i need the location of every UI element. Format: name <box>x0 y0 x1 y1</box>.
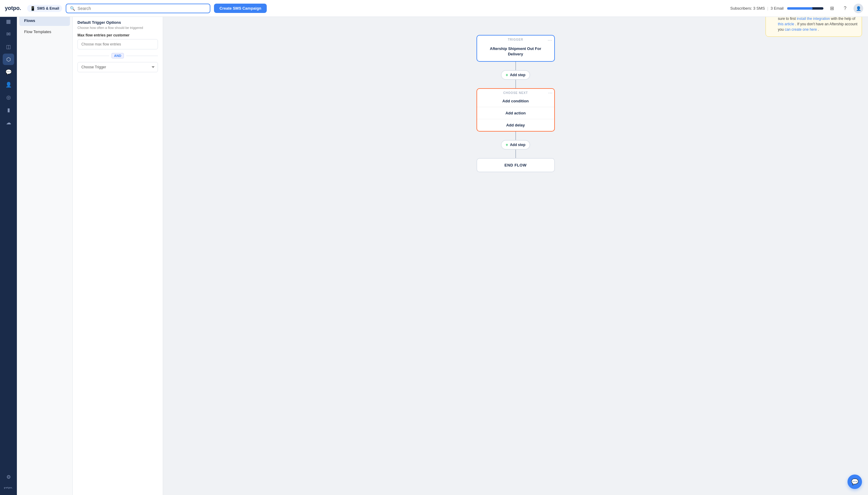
default-trigger-options-title: Default Trigger Options <box>78 20 158 25</box>
add-step-icon-1: + <box>506 72 508 78</box>
add-delay-option[interactable]: Add delay <box>477 119 554 131</box>
chat-bubble-icon: 💬 <box>851 478 859 485</box>
add-step-icon-2: + <box>506 142 508 147</box>
default-trigger-options-subtitle: Choose how often a flow should be trigge… <box>78 26 158 30</box>
create-campaign-button[interactable]: Create SMS Campaign <box>214 4 267 13</box>
avatar[interactable]: 👤 <box>853 4 863 13</box>
search-bar[interactable]: 🔍 <box>66 4 210 13</box>
rail-icon-referral[interactable]: ◎ <box>3 91 14 103</box>
search-input[interactable] <box>78 6 206 11</box>
chat-bubble[interactable]: 💬 <box>848 475 862 489</box>
logo-bottom: yotpo. <box>4 486 13 489</box>
and-badge: AND <box>112 53 124 58</box>
choose-next-node: CHOOSE NEXT Add condition Add action Add… <box>476 88 555 132</box>
add-condition-option[interactable]: Add condition <box>477 95 554 107</box>
add-step-button-1[interactable]: + Add step <box>501 70 530 80</box>
subscribers-info: Subscribers: 3 SMS | 3 Email <box>730 6 784 11</box>
sidebar-item-flow-templates[interactable]: Flow Templates <box>19 27 70 37</box>
rail-icon-flows[interactable]: ⬡ <box>3 54 14 65</box>
create-account-link[interactable]: can create one here <box>785 28 817 32</box>
and-divider: AND <box>78 53 158 58</box>
add-step-label-1: Add step <box>510 73 525 77</box>
topbar-actions: ⊞ ? 👤 <box>827 4 863 13</box>
search-icon: 🔍 <box>70 6 75 11</box>
install-integration-link[interactable]: install the integration <box>797 17 830 21</box>
choose-next-label: CHOOSE NEXT <box>477 89 554 95</box>
topbar: yotpo. 📱 SMS & Email 🔍 Create SMS Campai… <box>0 0 868 17</box>
sms-email-icon: 📱 <box>30 6 35 11</box>
connector-4 <box>515 150 516 158</box>
choose-next-container: CHOOSE NEXT Add condition Add action Add… <box>476 88 555 132</box>
and-line-right <box>126 56 158 56</box>
connector-1 <box>515 62 516 70</box>
rail-icon-email[interactable]: ◫ <box>3 41 14 52</box>
end-flow-node: END FLOW <box>476 158 555 172</box>
trigger-node: TRIGGER Aftership Shipment Out For Deliv… <box>476 35 555 62</box>
channel-badge[interactable]: 📱 SMS & Email <box>27 5 62 12</box>
and-line-left <box>78 56 109 56</box>
help-icon-button[interactable]: ? <box>840 4 850 13</box>
flow-sidebar: Flows Flows Flow Templates <box>17 0 72 495</box>
choose-next-options: Add condition Add action Add delay <box>477 95 554 131</box>
flow-canvas: ← Flows Listing Unnamed Flow ✏ − 100% + … <box>163 0 868 495</box>
add-action-option[interactable]: Add action <box>477 107 554 119</box>
rail-icon-user[interactable]: 👤 <box>3 79 14 90</box>
rail-icon-calendar[interactable]: ▦ <box>3 16 14 27</box>
rail-icon-settings[interactable]: ⚙ <box>3 471 14 483</box>
trigger-menu-icon[interactable]: ⋯ <box>547 38 552 43</box>
channel-label: SMS & Email <box>37 6 59 11</box>
logo-area: yotpo. <box>5 5 21 12</box>
icon-rail: ⌂ ▦ ✉ ◫ ⬡ 💬 👤 ◎ ▮ ☁ ⚙ yotpo. <box>0 0 17 495</box>
choose-next-menu-icon[interactable]: ⋯ <box>548 91 553 96</box>
choose-trigger-select[interactable]: Choose Trigger <box>78 62 158 72</box>
this-article-link[interactable]: this article <box>778 22 794 26</box>
trigger-label: TRIGGER <box>477 36 554 42</box>
connector-2 <box>515 80 516 88</box>
add-step-label-2: Add step <box>510 143 525 147</box>
flow-nodes: TRIGGER Aftership Shipment Out For Deliv… <box>175 29 856 172</box>
rail-icon-analytics[interactable]: ▮ <box>3 104 14 116</box>
trigger-panel: Aftership Shipment Out For Delivery × De… <box>72 0 163 495</box>
connector-3 <box>515 132 516 140</box>
max-entries-input[interactable] <box>78 39 158 49</box>
sidebar-item-flows[interactable]: Flows <box>19 15 70 26</box>
logo-text: yotpo. <box>5 5 21 12</box>
progress-fill <box>787 7 813 10</box>
add-step-button-2[interactable]: + Add step <box>501 140 530 150</box>
rail-icon-feedback[interactable]: ☁ <box>3 117 14 128</box>
rail-icon-message[interactable]: ✉ <box>3 28 14 40</box>
grid-icon-button[interactable]: ⊞ <box>827 4 837 13</box>
trigger-content: Aftership Shipment Out For Delivery <box>477 42 554 61</box>
max-entries-label: Max flow entries per customer <box>78 33 158 37</box>
progress-bar <box>787 7 823 10</box>
trigger-panel-body: Default Trigger Options Choose how often… <box>72 15 163 77</box>
rail-icon-chat[interactable]: 💬 <box>3 66 14 78</box>
